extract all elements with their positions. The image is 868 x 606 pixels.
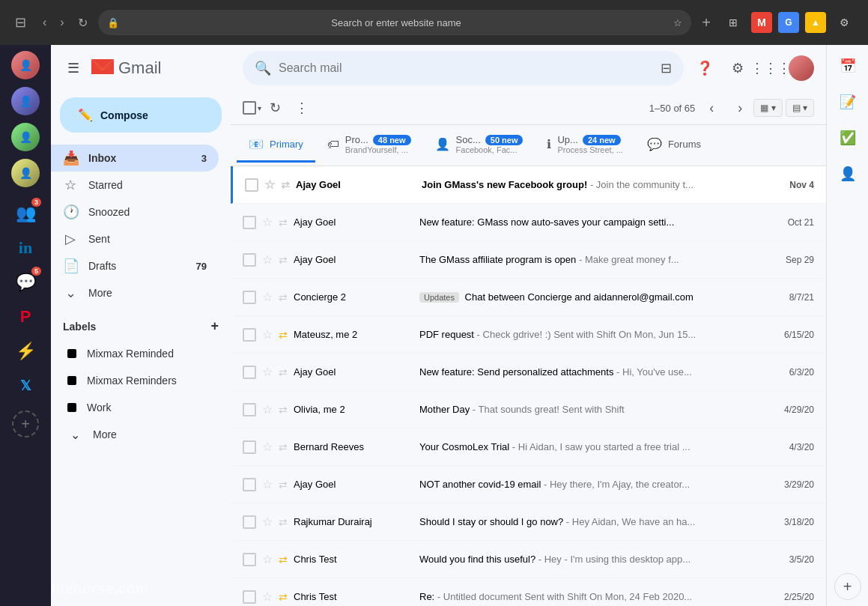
address-bar[interactable]: 🔒 Search or enter website name ☆ bbox=[98, 10, 692, 35]
user-avatar[interactable] bbox=[789, 55, 814, 81]
email-row[interactable]: ☆ ⇄ Olivia, me 2 Mother Day - That sound… bbox=[231, 391, 826, 428]
nav-starred[interactable]: ☆ Starred bbox=[51, 172, 219, 199]
search-input[interactable] bbox=[279, 61, 653, 75]
tab-promotions[interactable]: 🏷 Pro... 48 new BrandYourself, ... bbox=[315, 125, 423, 166]
drive-ext-icon[interactable]: ▲ bbox=[805, 12, 826, 33]
label-mixmax-reminded[interactable]: Mixmax Reminded bbox=[63, 340, 231, 367]
snooze-btn[interactable]: ⇄ bbox=[279, 366, 288, 378]
contacts-panel-icon[interactable]: 👤 bbox=[833, 159, 863, 189]
search-bar[interactable]: 🔍 ⊟ bbox=[243, 51, 684, 85]
email-row[interactable]: ☆ ⇄ Ajay Goel Join GMass's new Facebook … bbox=[231, 166, 826, 204]
email-checkbox[interactable] bbox=[243, 328, 256, 342]
snooze-btn[interactable]: ⇄ bbox=[279, 591, 288, 603]
email-row[interactable]: ☆ ⇄ Ajay Goel The GMass affiliate progra… bbox=[231, 241, 826, 279]
checkbox-all-box[interactable] bbox=[243, 101, 256, 115]
email-row[interactable]: ☆ ⇄ Ajay Goel NOT another covid-19 email… bbox=[231, 466, 826, 503]
star-btn[interactable]: ☆ bbox=[262, 552, 273, 566]
snooze-btn[interactable]: ⇄ bbox=[279, 329, 288, 341]
compose-button[interactable]: ✏️ Compose bbox=[60, 97, 222, 133]
email-checkbox[interactable] bbox=[243, 253, 256, 267]
snooze-btn[interactable]: ⇄ bbox=[279, 554, 288, 566]
settings-gear-icon[interactable]: ⚙ bbox=[832, 10, 856, 34]
email-checkbox[interactable] bbox=[243, 478, 256, 491]
snooze-btn[interactable]: ⇄ bbox=[279, 291, 288, 303]
tab-social[interactable]: 👤 Soc... 50 new Facebook, Fac... bbox=[423, 125, 535, 166]
email-checkbox[interactable] bbox=[243, 440, 256, 454]
hamburger-menu[interactable]: ☰ bbox=[63, 55, 84, 81]
compact-view-btn[interactable]: ▤ ▾ bbox=[786, 99, 814, 117]
google-ext-icon[interactable]: G bbox=[778, 12, 799, 33]
sidebar-slack-icon[interactable]: ⚡ bbox=[11, 337, 40, 366]
search-filters-icon[interactable]: ⊟ bbox=[661, 60, 672, 76]
sidebar-twitter-icon[interactable]: 𝕏 bbox=[11, 372, 40, 400]
email-row[interactable]: ☆ ⇄ Chris Test Re: - Untitled document S… bbox=[231, 578, 826, 606]
email-checkbox[interactable] bbox=[243, 366, 256, 379]
label-mixmax-reminders[interactable]: Mixmax Reminders bbox=[63, 367, 231, 394]
prev-page-btn[interactable]: ‹ bbox=[698, 94, 725, 121]
nav-sent[interactable]: ▷ Sent bbox=[51, 225, 219, 252]
email-row[interactable]: ☆ ⇄ Mateusz, me 2 PDF request - Check gd… bbox=[231, 316, 826, 354]
select-all-checkbox[interactable]: ▾ bbox=[243, 101, 261, 115]
email-row[interactable]: ☆ ⇄ Chris Test Would you find this usefu… bbox=[231, 541, 826, 578]
calendar-panel-icon[interactable]: 📅 bbox=[833, 51, 863, 81]
more-options-btn[interactable]: ⋮ bbox=[288, 94, 315, 121]
email-checkbox[interactable] bbox=[243, 515, 256, 529]
sidebar-toggle-btn[interactable]: ⊟ bbox=[12, 11, 29, 34]
new-tab-btn[interactable]: + bbox=[699, 11, 714, 34]
tasks-panel-icon[interactable]: ✅ bbox=[833, 123, 863, 153]
avatar-1[interactable]: 👤 bbox=[11, 51, 40, 79]
snooze-btn[interactable]: ⇄ bbox=[279, 216, 288, 228]
tab-forums[interactable]: 💬 Forums bbox=[635, 128, 713, 163]
nav-more[interactable]: ⌄ More bbox=[51, 279, 219, 306]
avatar-2[interactable]: 👤 bbox=[11, 87, 40, 115]
add-label-icon[interactable]: + bbox=[210, 318, 219, 334]
tab-primary[interactable]: 📧 Primary bbox=[237, 128, 315, 163]
email-row[interactable]: ☆ ⇄ Ajay Goel New feature: Send personal… bbox=[231, 354, 826, 391]
email-row[interactable]: ☆ ⇄ Rajkumar Durairaj Should I stay or s… bbox=[231, 503, 826, 541]
email-row[interactable]: ☆ ⇄ Concierge 2 Updates Chat between Con… bbox=[231, 279, 826, 316]
email-row[interactable]: ☆ ⇄ Ajay Goel New feature: GMass now aut… bbox=[231, 204, 826, 241]
gmail-ext-icon[interactable]: M bbox=[751, 12, 772, 33]
email-row[interactable]: ☆ ⇄ Bernard Reeves Your CosmoLex Trial -… bbox=[231, 428, 826, 466]
apps-btn[interactable]: ⋮⋮⋮ bbox=[756, 53, 786, 83]
star-btn[interactable]: ☆ bbox=[262, 327, 273, 342]
nav-snoozed[interactable]: 🕐 Snoozed bbox=[51, 199, 219, 225]
settings-btn[interactable]: ⚙ bbox=[723, 53, 753, 83]
nav-drafts[interactable]: 📄 Drafts 79 bbox=[51, 252, 219, 279]
snooze-btn[interactable]: ⇄ bbox=[279, 441, 288, 453]
email-checkbox[interactable] bbox=[243, 553, 256, 566]
star-btn[interactable]: ☆ bbox=[262, 477, 273, 491]
star-btn[interactable]: ☆ bbox=[262, 365, 273, 379]
snooze-btn[interactable]: ⇄ bbox=[279, 516, 288, 528]
email-checkbox[interactable] bbox=[243, 403, 256, 416]
snooze-btn[interactable]: ⇄ bbox=[279, 254, 288, 266]
email-checkbox[interactable] bbox=[245, 178, 258, 192]
sidebar-messenger-icon[interactable]: 💬 5 bbox=[11, 268, 40, 297]
refresh-btn[interactable]: ↻ bbox=[75, 13, 91, 33]
add-panel-btn[interactable]: + bbox=[834, 573, 861, 600]
label-work[interactable]: Work bbox=[63, 394, 231, 421]
refresh-email-btn[interactable]: ↻ bbox=[261, 94, 288, 121]
next-page-btn[interactable]: › bbox=[726, 94, 753, 121]
star-btn[interactable]: ☆ bbox=[262, 515, 273, 529]
star-btn[interactable]: ☆ bbox=[262, 402, 273, 416]
email-checkbox[interactable] bbox=[243, 590, 256, 604]
star-btn[interactable]: ☆ bbox=[262, 440, 273, 454]
star-btn[interactable]: ☆ bbox=[262, 590, 273, 604]
sidebar-linkedin-icon[interactable]: in bbox=[11, 234, 40, 262]
extensions-btn[interactable]: ⊞ bbox=[721, 10, 745, 34]
snooze-btn[interactable]: ⇄ bbox=[279, 404, 288, 416]
avatar-4[interactable]: 👤 bbox=[11, 159, 40, 187]
split-view-btn[interactable]: ▦ ▾ bbox=[753, 99, 782, 117]
snooze-btn[interactable]: ⇄ bbox=[281, 179, 290, 191]
nav-inbox[interactable]: 📥 Inbox 3 bbox=[51, 145, 219, 172]
sidebar-people-icon[interactable]: 👥 3 bbox=[11, 199, 40, 228]
labels-more[interactable]: ⌄ More bbox=[63, 421, 219, 448]
star-btn[interactable]: ☆ bbox=[262, 252, 273, 267]
help-btn[interactable]: ❓ bbox=[690, 53, 720, 83]
email-checkbox[interactable] bbox=[243, 291, 256, 304]
star-btn[interactable]: ☆ bbox=[264, 178, 275, 192]
tab-updates[interactable]: ℹ Up... 24 new Process Street, ... bbox=[535, 125, 634, 166]
back-btn[interactable]: ‹ bbox=[40, 13, 49, 32]
star-btn[interactable]: ☆ bbox=[262, 215, 273, 229]
